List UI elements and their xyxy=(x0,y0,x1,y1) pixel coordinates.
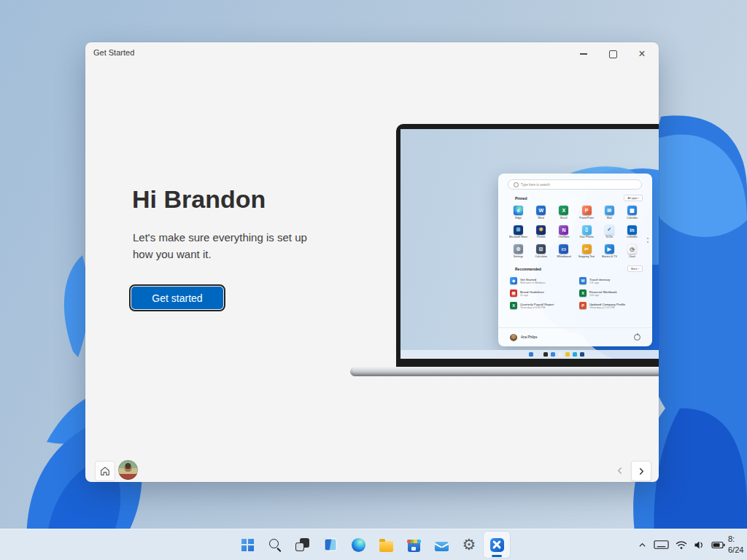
maximize-icon xyxy=(609,50,617,58)
microsoft-store-icon: ⊞ xyxy=(514,225,523,235)
taskbar-app-icon xyxy=(490,538,504,552)
pinned-grid: e Edge W Word X Excel P PowerPoint ✉ xyxy=(507,206,643,258)
quarterly-payroll-report-icon: X xyxy=(510,302,517,309)
onenote-icon: N xyxy=(559,225,568,235)
more-button: More › xyxy=(627,265,643,272)
task-view-taskbar-button[interactable] xyxy=(290,532,316,558)
app-label: OneNote xyxy=(558,236,569,238)
mini-taskbar-icon xyxy=(536,352,541,357)
app-label: Calculator xyxy=(535,255,547,258)
user-avatar-icon xyxy=(510,334,517,341)
taskbar-clock[interactable]: 8: 6/24 xyxy=(728,529,747,560)
pinned-label: Pinned xyxy=(515,196,527,201)
settings-taskbar-button[interactable] xyxy=(456,532,482,558)
account-avatar[interactable] xyxy=(118,460,138,480)
pinned-app: ◷ Clock xyxy=(621,244,643,258)
recommended-item: ◆ Get Started Welcome to Windows xyxy=(510,277,573,284)
app-label: Settings xyxy=(514,255,524,258)
mini-taskbar-icon xyxy=(580,352,584,357)
recommended-subtitle: 12h ago xyxy=(589,294,617,297)
laptop-base xyxy=(350,367,659,376)
back-button[interactable] xyxy=(610,461,629,480)
search-taskbar-button[interactable] xyxy=(262,532,288,558)
pinned-app: ⚙ Settings xyxy=(507,244,530,258)
search-icon xyxy=(514,182,519,187)
recommended-subtitle: 2h ago xyxy=(520,294,544,297)
taskbar: 8: 6/24 xyxy=(0,529,747,560)
taskbar-app-icon xyxy=(408,542,420,552)
touch-keyboard-icon[interactable] xyxy=(654,540,669,550)
taskbar-app-icon xyxy=(352,538,365,552)
recommended-subtitle: Yesterday at 8:43 PM xyxy=(520,306,554,309)
page-title: Hi Brandon xyxy=(132,185,266,214)
your-phone-icon: ▯ xyxy=(582,225,592,235)
home-button[interactable] xyxy=(95,461,115,481)
file-explorer-taskbar-button[interactable] xyxy=(373,532,399,558)
app-label: Photos xyxy=(537,236,546,238)
minimize-icon xyxy=(580,53,587,55)
close-button[interactable]: × xyxy=(631,46,653,62)
taskbar-app-icon xyxy=(462,537,476,552)
window-controls: × xyxy=(573,46,653,62)
microsoft-edge-taskbar-button[interactable] xyxy=(345,532,371,558)
maximize-button[interactable] xyxy=(602,46,624,62)
start-user-row: Ana Philips xyxy=(498,327,652,346)
pinned-app: X Excel xyxy=(552,206,575,219)
recommended-title: Quarterly Payroll Report xyxy=(520,303,554,306)
recommended-title: Brand Guidelines xyxy=(520,290,544,294)
get-started-window: Get Started × Hi Brandon Let's make sure… xyxy=(85,42,659,482)
forward-button[interactable] xyxy=(631,461,651,481)
mini-taskbar-icon xyxy=(551,352,555,357)
chevron-up-icon[interactable] xyxy=(638,540,647,550)
minimize-button[interactable] xyxy=(573,46,595,62)
battery-icon[interactable] xyxy=(711,541,725,549)
start-search-box: Type here to search xyxy=(508,179,642,190)
recommended-item: P Updated Company Profile Yesterday at 2… xyxy=(579,302,643,309)
all-apps-button: All apps › xyxy=(624,195,643,201)
power-icon xyxy=(634,334,640,341)
volume-icon[interactable] xyxy=(694,540,705,550)
movies-tv-icon: ▶ xyxy=(605,244,614,254)
clock-icon: ◷ xyxy=(627,244,637,254)
recommended-item: X Quarterly Payroll Report Yesterday at … xyxy=(510,302,573,309)
get-started-button[interactable]: Get started xyxy=(131,287,223,309)
recommended-subtitle: Yesterday at 2:15 PM xyxy=(589,306,625,309)
powerpoint-icon: P xyxy=(582,206,592,215)
recommended-subtitle: Welcome to Windows xyxy=(520,281,546,284)
desktop: { "window": { "title": "Get Started", "c… xyxy=(0,0,747,560)
search-placeholder: Type here to search xyxy=(521,183,550,187)
window-titlebar[interactable]: Get Started × xyxy=(85,42,659,64)
taskbar-app-icon xyxy=(324,538,337,551)
pinned-app: ▯ Your Phone xyxy=(575,225,597,239)
app-label: Whiteboard xyxy=(557,255,570,258)
mini-taskbar-icon xyxy=(543,352,548,357)
pinned-app: ✓ To Do xyxy=(598,225,621,239)
app-label: Clock xyxy=(629,255,636,258)
system-tray xyxy=(638,529,725,560)
laptop-taskbar xyxy=(400,350,659,359)
app-label: Movies & TV xyxy=(602,255,617,258)
get-started-taskbar-button[interactable] xyxy=(484,532,510,558)
financial-workbook-icon: X xyxy=(579,289,587,297)
linkedin-icon: in xyxy=(627,225,637,235)
pinned-app: ✉ Mail xyxy=(598,206,621,219)
widgets-taskbar-button[interactable] xyxy=(317,532,344,558)
taskbar-app-icon xyxy=(295,537,310,552)
user-name: Ana Philips xyxy=(521,335,538,339)
app-label: Snipping Tool xyxy=(578,255,595,258)
laptop-taskbar-icons xyxy=(529,352,584,357)
pinned-app: ▭ Whiteboard xyxy=(552,244,575,258)
taskbar-center-icons xyxy=(234,532,510,558)
pinned-app: ✽ Photos xyxy=(530,225,552,239)
start-taskbar-button[interactable] xyxy=(234,532,260,558)
window-title: Get Started xyxy=(93,48,134,57)
start-menu-panel: Type here to search Pinned All apps › e … xyxy=(498,174,652,346)
home-icon xyxy=(99,465,111,477)
microsoft-store-taskbar-button[interactable] xyxy=(400,532,427,558)
brand-guidelines-icon: ▤ xyxy=(510,289,517,297)
wifi-icon[interactable] xyxy=(676,540,687,550)
mail-taskbar-button[interactable] xyxy=(428,532,454,558)
app-label: PowerPoint xyxy=(579,217,593,219)
chevron-right-icon xyxy=(638,467,646,475)
recommended-item: ▤ Brand Guidelines 2h ago xyxy=(510,289,573,297)
